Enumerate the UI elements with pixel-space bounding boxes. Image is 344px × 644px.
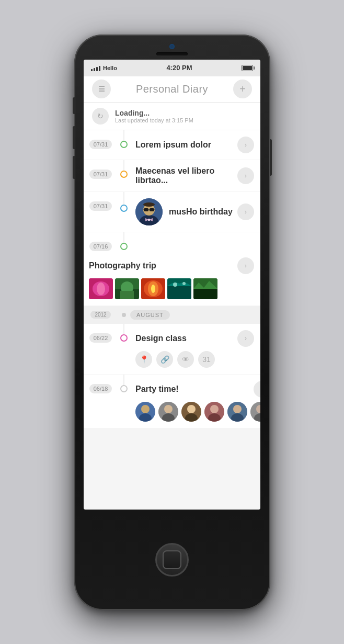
add-button[interactable]: + — [233, 80, 252, 98]
loading-bar: ↻ Loading... Last updated today at 3:15 … — [84, 103, 260, 130]
chevron-button[interactable]: › — [237, 137, 254, 153]
entry-title: Photography trip — [89, 261, 233, 270]
photo-thumb[interactable] — [167, 278, 191, 299]
svg-point-43 — [233, 405, 242, 413]
photo-thumb-image — [89, 278, 113, 299]
photo-thumb[interactable] — [89, 278, 113, 299]
photo-thumbnails — [89, 278, 254, 299]
calendar-icon: 31 — [202, 355, 211, 364]
photo-thumb-image — [167, 278, 191, 299]
entry-row: Photography trip › — [89, 257, 254, 274]
entry-row: Design class › — [135, 330, 254, 347]
year-badge-area: 2012 — [84, 311, 118, 319]
menu-icon: ☰ — [98, 85, 105, 93]
party-avatar — [181, 402, 201, 422]
bar1 — [91, 69, 93, 71]
avatar-face — [181, 402, 201, 422]
chevron-button[interactable]: › — [254, 381, 260, 398]
svg-point-25 — [173, 283, 177, 287]
entry-area[interactable]: musHo birthday › — [130, 192, 260, 232]
volume-down-button — [73, 156, 75, 179]
battery-icon — [242, 65, 253, 71]
month-separator: 2012 AUGUST — [84, 306, 260, 324]
location-icon: 📍 — [140, 355, 148, 364]
list-item: 06/22 Design class › — [84, 324, 260, 374]
photo-thumb[interactable] — [115, 278, 139, 299]
photo-thumb[interactable] — [141, 278, 165, 299]
list-item: 07/16 Photography trip › — [84, 232, 260, 306]
link-icon-button[interactable]: 🔗 — [156, 351, 173, 368]
svg-rect-4 — [148, 219, 150, 221]
location-icon-button[interactable]: 📍 — [135, 351, 152, 368]
entry-area[interactable]: Design class › 📍 🔗 — [130, 324, 260, 374]
svg-rect-18 — [120, 291, 134, 299]
chevron-button[interactable]: › — [237, 330, 254, 347]
month-label: AUGUST — [130, 310, 170, 320]
phone-device: Hello 4:20 PM ☰ Personal Diary + — [74, 35, 270, 610]
app-content: ☰ Personal Diary + ↻ Loading... Last upd… — [84, 76, 260, 510]
battery-fill — [243, 66, 252, 70]
home-button[interactable] — [155, 543, 189, 577]
timeline-dot — [120, 243, 128, 250]
home-button-area — [74, 510, 270, 610]
timeline-dot — [120, 205, 128, 212]
calendar-icon-button[interactable]: 31 — [198, 351, 215, 368]
chevron-right-icon: › — [245, 141, 247, 149]
timeline-dot — [120, 141, 128, 148]
entry-title: Lorem ipsum dolor — [135, 140, 233, 150]
menu-button[interactable]: ☰ — [92, 80, 111, 98]
volume-up-button — [73, 126, 75, 149]
avatar-entry: musHo birthday — [135, 198, 233, 225]
entry-area[interactable]: Maecenas vel libero librtao... › — [130, 160, 260, 191]
date-badge: 07/31 — [89, 170, 112, 179]
timeline-line — [118, 324, 130, 342]
list-item: 07/31 — [84, 192, 260, 232]
chevron-right-icon: › — [245, 335, 247, 342]
date-column: 07/31 — [84, 192, 118, 211]
timeline-line — [118, 192, 130, 212]
speaker — [156, 52, 188, 55]
party-avatar — [250, 402, 260, 422]
svg-rect-7 — [150, 208, 154, 211]
entry-area[interactable]: Lorem ipsum dolor › — [130, 130, 260, 160]
svg-point-14 — [97, 283, 105, 295]
svg-rect-24 — [167, 286, 191, 299]
chevron-button[interactable]: › — [237, 257, 254, 274]
refresh-icon: ↻ — [97, 112, 104, 120]
loading-title: Loading... — [115, 109, 193, 117]
entry-title: musHo birthday — [169, 207, 233, 217]
refresh-button[interactable]: ↻ — [92, 108, 109, 125]
timeline-dot — [120, 171, 128, 178]
eye-icon: 👁 — [182, 355, 189, 364]
party-avatar — [158, 402, 178, 422]
screen: Hello 4:20 PM ☰ Personal Diary + — [84, 60, 260, 510]
svg-point-40 — [210, 405, 219, 413]
avatar-face — [227, 402, 247, 422]
entry-title: Party time! — [135, 385, 249, 394]
date-column: 06/22 — [84, 324, 118, 343]
chevron-right-icon: › — [245, 262, 247, 269]
party-avatar — [227, 402, 247, 422]
chevron-button[interactable]: › — [237, 204, 254, 220]
chevron-button[interactable]: › — [237, 167, 254, 184]
photo-thumb-image — [193, 278, 217, 299]
timeline-line — [118, 160, 130, 178]
svg-point-22 — [151, 285, 155, 293]
avatar-face — [158, 402, 178, 422]
photo-thumb-image — [141, 278, 165, 299]
date-badge: 06/22 — [89, 333, 112, 343]
avatar-image — [135, 198, 163, 225]
list-item: 06/18 Party time! › — [84, 375, 260, 428]
entry-row: Lorem ipsum dolor › — [135, 137, 254, 153]
date-column: 07/31 — [84, 160, 118, 179]
bar2 — [94, 68, 95, 71]
entry-area[interactable]: Photography trip › — [84, 251, 260, 306]
timeline-line — [118, 232, 130, 250]
photo-thumb[interactable] — [193, 278, 217, 299]
party-avatar — [135, 402, 155, 422]
entry-area[interactable]: Party time! › — [130, 375, 260, 428]
list-item: 07/31 Lorem ipsum dolor › — [84, 130, 260, 160]
eye-icon-button[interactable]: 👁 — [177, 351, 194, 368]
date-badge: 06/18 — [89, 384, 112, 393]
add-icon: + — [239, 83, 246, 95]
